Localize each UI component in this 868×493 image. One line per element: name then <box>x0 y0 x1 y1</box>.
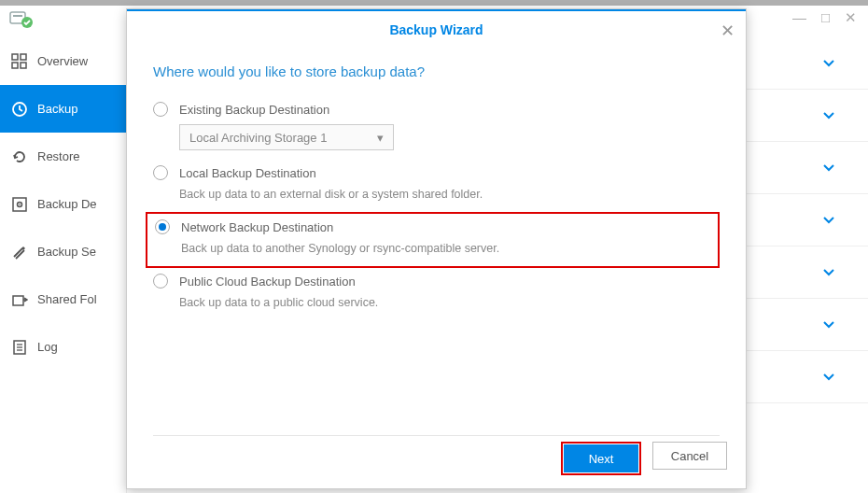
app-logo-icon <box>9 9 34 35</box>
dropdown-value: Local Archiving Storage 1 <box>189 131 327 145</box>
sidebar-item-backup-settings[interactable]: Backup Se <box>0 228 126 275</box>
sidebar: Overview Backup Restore Backup De Backup… <box>0 37 126 371</box>
sidebar-item-label: Restore <box>37 149 80 163</box>
sidebar-item-log[interactable]: Log <box>0 323 126 371</box>
close-icon[interactable]: ✕ <box>721 21 735 41</box>
cancel-button[interactable]: Cancel <box>652 442 727 470</box>
modal-header: Backup Wizard ✕ <box>127 9 746 49</box>
modal-body: Where would you like to store backup dat… <box>127 49 746 320</box>
chevron-down-icon <box>822 57 835 70</box>
sidebar-item-backup[interactable]: Backup <box>0 85 126 133</box>
option-existing-destination[interactable]: Existing Backup Destination Local Archiv… <box>153 96 720 160</box>
chevron-down-icon <box>822 266 835 279</box>
option-public-cloud-destination[interactable]: Public Cloud Backup Destination Back up … <box>153 268 720 320</box>
restore-icon <box>11 148 28 165</box>
chevron-down-icon <box>822 318 835 331</box>
option-label: Public Cloud Backup Destination <box>179 275 356 289</box>
maximize-button[interactable]: □ <box>821 9 830 26</box>
highlight-network-option: Network Backup Destination Back up data … <box>146 212 720 268</box>
option-network-destination[interactable]: Network Backup Destination Back up data … <box>155 219 710 255</box>
sidebar-item-label: Overview <box>37 54 88 68</box>
share-icon <box>11 291 28 308</box>
sidebar-item-restore[interactable]: Restore <box>0 133 126 180</box>
modal-question: Where would you like to store backup dat… <box>153 63 720 79</box>
settings-icon <box>11 244 28 261</box>
sidebar-item-label: Backup Se <box>37 245 96 259</box>
svg-rect-4 <box>21 54 26 60</box>
sidebar-item-label: Log <box>37 340 58 354</box>
option-label: Existing Backup Destination <box>179 103 329 117</box>
highlight-next-button: Next <box>561 442 641 475</box>
svg-rect-3 <box>12 54 18 60</box>
svg-rect-1 <box>13 15 22 17</box>
window-controls: — □ ✕ <box>792 9 857 26</box>
footer-separator <box>153 435 720 436</box>
option-label: Network Backup Destination <box>181 220 333 234</box>
radio-existing[interactable] <box>153 102 168 117</box>
svg-rect-11 <box>13 296 23 305</box>
chevron-down-icon: ▾ <box>377 131 384 145</box>
sidebar-item-label: Backup De <box>37 197 97 211</box>
log-icon <box>11 339 28 356</box>
chevron-down-icon <box>822 371 835 384</box>
sidebar-item-backup-destination[interactable]: Backup De <box>0 180 126 228</box>
svg-point-10 <box>19 204 21 205</box>
radio-cloud[interactable] <box>153 274 168 289</box>
sidebar-item-shared-folder[interactable]: Shared Fol <box>0 275 126 323</box>
existing-destination-dropdown[interactable]: Local Archiving Storage 1 ▾ <box>179 124 394 150</box>
destination-icon <box>11 196 28 213</box>
next-button[interactable]: Next <box>564 444 638 472</box>
titlebar <box>0 0 868 6</box>
chevron-down-icon <box>822 214 835 227</box>
sidebar-item-label: Backup <box>37 102 77 116</box>
overview-icon <box>11 53 28 70</box>
option-description: Back up data to another Synology or rsyn… <box>181 242 710 255</box>
radio-local[interactable] <box>153 165 168 180</box>
chevron-down-icon <box>822 109 835 122</box>
sidebar-item-label: Shared Fol <box>37 292 97 306</box>
backup-icon <box>11 101 28 118</box>
option-local-destination[interactable]: Local Backup Destination Back up data to… <box>153 160 720 212</box>
option-description: Back up data to an external disk or a sy… <box>179 188 720 201</box>
modal-title: Backup Wizard <box>389 22 483 37</box>
option-label: Local Backup Destination <box>179 166 316 180</box>
chevron-down-icon <box>822 162 835 175</box>
radio-network[interactable] <box>155 219 170 234</box>
destination-options: Existing Backup Destination Local Archiv… <box>153 96 720 320</box>
close-button[interactable]: ✕ <box>845 9 857 26</box>
app-window: — □ ✕ Overview Backup Restore Backup De … <box>0 0 868 493</box>
modal-footer: Next Cancel <box>561 442 727 475</box>
minimize-button[interactable]: — <box>792 9 806 26</box>
svg-rect-6 <box>21 63 26 68</box>
svg-rect-5 <box>12 63 18 68</box>
option-description: Back up data to a public cloud service. <box>179 296 720 309</box>
backup-wizard-modal: Backup Wizard ✕ Where would you like to … <box>126 8 747 489</box>
sidebar-item-overview[interactable]: Overview <box>0 37 126 85</box>
